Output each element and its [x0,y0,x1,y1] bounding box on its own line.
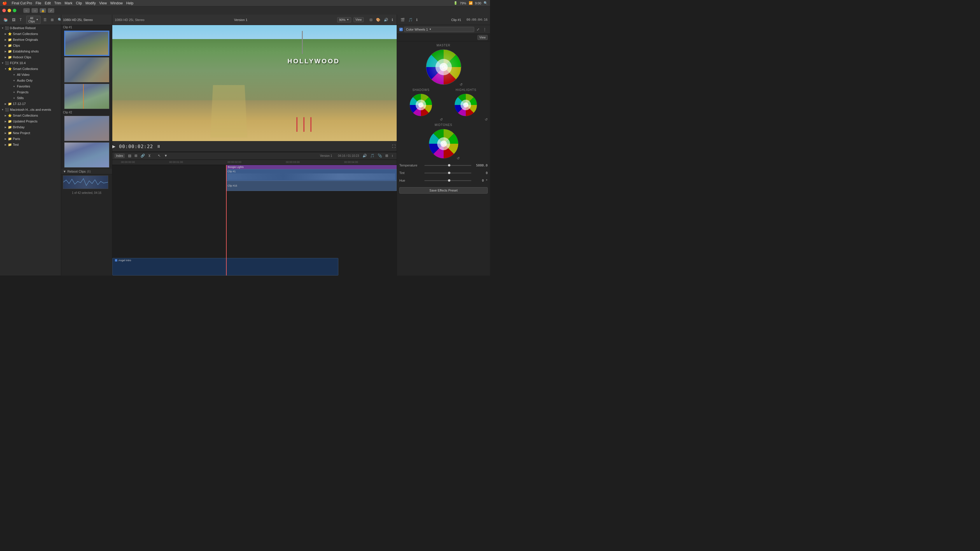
color-wheels-dropdown[interactable]: Color Wheels 1 [404,27,474,32]
search-icon[interactable]: 🔍 [57,17,62,22]
sidebar-item-macintosh-events[interactable]: ⬛ Macintosh H...cts and events [0,107,61,113]
viewer-color-icon[interactable]: 🎨 [375,17,382,22]
menu-item-trim[interactable]: Trim [54,1,61,5]
timeline-clip-icon[interactable]: 📎 [377,153,383,158]
expand-icon[interactable]: ⤢ [476,27,480,32]
sidebar-item-17-12-17[interactable]: 📁 17-12-17 [0,101,61,107]
timeline-snap-icon[interactable]: 🎵 [369,153,375,158]
highlights-wheel-container[interactable] [453,93,478,118]
play-button[interactable]: ▶ [112,144,116,149]
menu-item-clip[interactable]: Clip [76,1,82,5]
sidebar-item-reboot-clips[interactable]: 📁 Reboot Clips [0,54,61,60]
menu-item-modify[interactable]: Modify [86,1,95,5]
triangle-icon [4,102,7,105]
sidebar-item-new-project[interactable]: 📁 New Project [0,130,61,136]
clip-thumbnail-1[interactable] [64,30,110,56]
master-reset-button[interactable]: ↺ [460,83,463,87]
sidebar-item-stills[interactable]: ✦ Stills [0,95,61,101]
view-button[interactable]: View [353,17,364,22]
fullscreen-icon[interactable]: ⛶ [391,144,397,149]
clip-thumbnail-4[interactable] [64,116,110,141]
menu-item-view[interactable]: View [99,1,107,5]
timeline-grid-icon[interactable]: ⊞ [133,153,138,158]
more-options-icon[interactable]: ⋮ [482,27,488,32]
minimize-button[interactable] [8,9,11,12]
clip15-bar[interactable]: Clip #15 [226,181,397,191]
lock-button[interactable]: 🔒 [40,8,46,13]
color-wheels-checkbox[interactable]: ✓ [399,28,403,31]
timeline-more-icon[interactable]: ⊞ [384,153,390,158]
loop-button[interactable]: ⏸ [157,144,161,149]
timeline-zoom-icon[interactable]: 🔊 [361,153,368,158]
shadows-reset-button[interactable]: ↺ [440,118,443,122]
check-button[interactable]: ✓ [48,8,54,13]
forward-button[interactable]: → [32,8,38,13]
midtones-reset-button[interactable]: ↺ [457,156,460,160]
menu-item-mark[interactable]: Mark [65,1,73,5]
close-button[interactable] [2,9,6,12]
temperature-slider[interactable] [425,165,471,166]
menu-item-file[interactable]: File [36,1,41,5]
color-view-button[interactable]: View [477,35,488,40]
sidebar-item-smart-collections-3[interactable]: ⭐ Smart Collections [0,113,61,118]
save-effects-preset-button[interactable]: Save Effects Preset [399,187,488,194]
clip-thumbnail-2[interactable] [64,57,110,83]
viewer-audio-icon[interactable]: 🔊 [383,17,390,22]
viewer-info-icon[interactable]: ℹ [391,17,395,22]
timeline-link-icon[interactable]: 🔗 [139,153,146,158]
timeline-expand-icon[interactable]: ↕ [390,153,395,158]
clip-thumbnail-5[interactable] [64,142,110,168]
reboot-clips-header[interactable]: ▼ Reboot Clips (6) [61,169,112,174]
sidebar-item-clips[interactable]: 📁 Clips [0,43,61,48]
filmstrip-view-icon[interactable]: ⊞ [49,17,55,22]
sidebar-titles-icon[interactable]: T [18,17,23,22]
sidebar-item-smart-collections-2[interactable]: ⭐ Smart Collections [0,66,61,72]
viewer-layout-icon[interactable]: ⊟ [368,17,374,22]
list-view-icon[interactable]: ☰ [42,17,48,22]
angel-intro-track[interactable]: // We'll render frames via CSS Angel Int… [112,258,338,275]
clip1-bar[interactable]: Clip #1 [226,169,397,181]
fullscreen-button[interactable] [13,9,16,12]
spotlight-icon[interactable]: 🔍 [484,1,488,5]
all-clips-dropdown[interactable]: All Clips [26,16,40,24]
menu-item-help[interactable]: Help [126,1,134,5]
sidebar-item-favorites[interactable]: ✦ Favorites [0,83,61,89]
midtones-wheel-container[interactable]: ↺ [428,128,460,160]
back-button[interactable]: ← [23,8,30,13]
inspector-audio-icon[interactable]: 🎵 [407,17,414,22]
clip1-waveform [228,173,395,180]
sidebar-library-icon[interactable]: 📚 [2,17,9,22]
select-dropdown[interactable]: ▼ [163,153,169,158]
inspector-info-icon[interactable]: ℹ [415,17,419,22]
menu-item-edit[interactable]: Edit [45,1,51,5]
timeline-options-icon[interactable]: ⊻ [147,153,152,158]
sidebar-item-audio-only[interactable]: ✦ Audio Only [0,78,61,83]
zoom-dropdown[interactable]: 90% [337,17,351,22]
highlights-reset-button[interactable]: ↺ [485,118,488,122]
shadows-wheel-container[interactable] [409,93,433,118]
sidebar-item-establishing-shots[interactable]: 📁 Establishing shots [0,48,61,54]
sidebar-item-all-video[interactable]: ✦ All Video [0,72,61,78]
master-wheel-container[interactable]: ↺ [425,48,463,86]
clip-thumbnail-3[interactable] [64,84,110,109]
reboot-clip-thumbnail[interactable] [63,176,108,189]
timeline-list-icon[interactable]: ▤ [127,153,132,158]
sidebar-item-smart-collections-1[interactable]: ⭐ Smart Collections [0,31,61,37]
sidebar-item-birthday[interactable]: 📁 Birthday [0,124,61,130]
sidebar-item-paris[interactable]: 📁 Paris [0,136,61,142]
tint-slider[interactable] [425,173,471,173]
index-button[interactable]: Index [115,154,124,158]
sidebar-photos-icon[interactable]: 🖼 [11,17,17,22]
select-tool-icon[interactable]: ↖ [157,153,162,158]
sidebar-item-0beehive-reboot[interactable]: ⬛ 0-Beehive Reboot [0,25,61,31]
sidebar-item-updated-projects[interactable]: 📁 Updated Projects [0,118,61,124]
inspector-video-icon[interactable]: 🎬 [399,17,406,22]
sidebar-item-projects[interactable]: ✦ Projects [0,89,61,95]
sidebar-item-beehive-originals[interactable]: 📁 Beehive Originals [0,37,61,43]
sidebar-item-test[interactable]: 📁 Test [0,142,61,148]
menu-item-fcp[interactable]: Final Cut Pro [12,1,32,5]
apple-logo-icon[interactable]: 🍎 [2,1,7,5]
sidebar-item-fcpx-104[interactable]: ⬛ FCPX 10.4 [0,60,61,66]
menu-item-window[interactable]: Window [110,1,123,5]
hue-slider[interactable] [425,180,471,181]
